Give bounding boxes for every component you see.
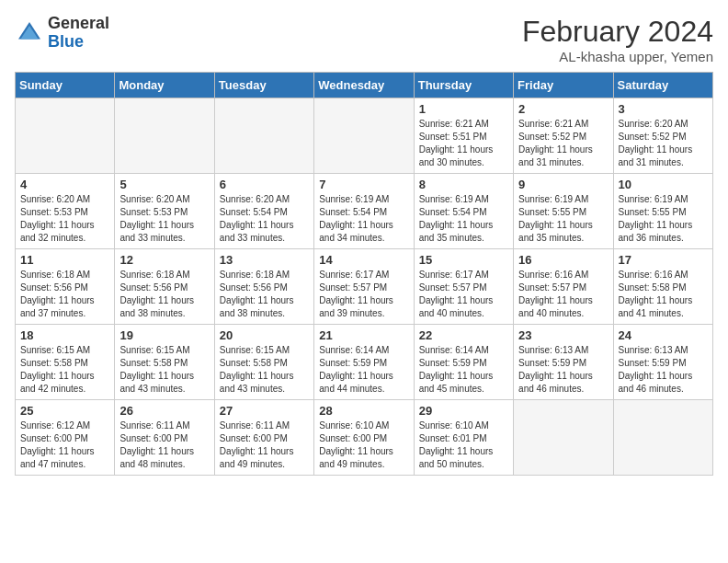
calendar-cell: 7Sunrise: 6:19 AM Sunset: 5:54 PM Daylig… [314, 174, 414, 249]
day-info: Sunrise: 6:15 AM Sunset: 5:58 PM Dayligh… [119, 344, 209, 396]
day-info: Sunrise: 6:13 AM Sunset: 5:59 PM Dayligh… [518, 344, 608, 396]
day-info: Sunrise: 6:15 AM Sunset: 5:58 PM Dayligh… [20, 344, 109, 396]
day-number: 24 [619, 328, 708, 342]
day-header-tuesday: Tuesday [214, 73, 313, 98]
day-number: 11 [20, 253, 109, 267]
day-number: 21 [319, 328, 408, 342]
header-row: SundayMondayTuesdayWednesdayThursdayFrid… [16, 73, 713, 98]
logo-icon [15, 18, 44, 48]
week-row-1: 1Sunrise: 6:21 AM Sunset: 5:51 PM Daylig… [16, 98, 713, 174]
day-number: 4 [20, 178, 109, 191]
calendar-cell [214, 98, 313, 174]
calendar-cell: 4Sunrise: 6:20 AM Sunset: 5:53 PM Daylig… [16, 174, 115, 249]
day-info: Sunrise: 6:19 AM Sunset: 5:55 PM Dayligh… [518, 193, 608, 245]
calendar-cell: 16Sunrise: 6:16 AM Sunset: 5:57 PM Dayli… [514, 249, 613, 325]
calendar-cell: 21Sunrise: 6:14 AM Sunset: 5:59 PM Dayli… [314, 325, 414, 400]
day-info: Sunrise: 6:17 AM Sunset: 5:57 PM Dayligh… [319, 269, 408, 320]
calendar-cell: 22Sunrise: 6:14 AM Sunset: 5:59 PM Dayli… [414, 325, 513, 400]
calendar-cell: 11Sunrise: 6:18 AM Sunset: 5:56 PM Dayli… [16, 249, 115, 325]
day-number: 5 [119, 178, 209, 191]
calendar-cell [613, 400, 712, 476]
day-number: 3 [619, 102, 708, 116]
calendar-body: 1Sunrise: 6:21 AM Sunset: 5:51 PM Daylig… [16, 98, 713, 476]
day-info: Sunrise: 6:10 AM Sunset: 6:00 PM Dayligh… [319, 419, 408, 471]
day-number: 23 [518, 328, 608, 342]
day-number: 8 [419, 178, 508, 191]
month-year-title: February 2024 [522, 15, 713, 49]
calendar-cell: 10Sunrise: 6:19 AM Sunset: 5:55 PM Dayli… [613, 174, 712, 249]
day-number: 22 [419, 328, 508, 342]
day-number: 10 [619, 178, 708, 191]
calendar-cell [115, 98, 214, 174]
day-info: Sunrise: 6:18 AM Sunset: 5:56 PM Dayligh… [220, 269, 309, 320]
day-info: Sunrise: 6:18 AM Sunset: 5:56 PM Dayligh… [20, 269, 109, 320]
day-info: Sunrise: 6:14 AM Sunset: 5:59 PM Dayligh… [319, 344, 408, 396]
calendar-cell: 3Sunrise: 6:20 AM Sunset: 5:52 PM Daylig… [613, 98, 712, 174]
day-info: Sunrise: 6:16 AM Sunset: 5:57 PM Dayligh… [518, 269, 608, 320]
calendar-table: SundayMondayTuesdayWednesdayThursdayFrid… [15, 72, 713, 476]
day-info: Sunrise: 6:17 AM Sunset: 5:57 PM Dayligh… [419, 269, 508, 320]
calendar-cell: 24Sunrise: 6:13 AM Sunset: 5:59 PM Dayli… [613, 325, 712, 400]
day-info: Sunrise: 6:19 AM Sunset: 5:54 PM Dayligh… [419, 193, 508, 245]
calendar-header: SundayMondayTuesdayWednesdayThursdayFrid… [16, 73, 713, 98]
calendar-cell: 1Sunrise: 6:21 AM Sunset: 5:51 PM Daylig… [414, 98, 513, 174]
day-info: Sunrise: 6:18 AM Sunset: 5:56 PM Dayligh… [119, 269, 209, 320]
day-header-monday: Monday [115, 73, 214, 98]
calendar-cell: 27Sunrise: 6:11 AM Sunset: 6:00 PM Dayli… [214, 400, 313, 476]
calendar-cell: 9Sunrise: 6:19 AM Sunset: 5:55 PM Daylig… [514, 174, 613, 249]
calendar-cell [314, 98, 414, 174]
calendar-cell: 23Sunrise: 6:13 AM Sunset: 5:59 PM Dayli… [514, 325, 613, 400]
day-number: 12 [119, 253, 209, 267]
day-info: Sunrise: 6:11 AM Sunset: 6:00 PM Dayligh… [119, 419, 209, 471]
day-number: 13 [220, 253, 309, 267]
day-number: 9 [518, 178, 608, 191]
calendar-cell [514, 400, 613, 476]
logo-general: General [48, 14, 109, 32]
calendar-cell: 12Sunrise: 6:18 AM Sunset: 5:56 PM Dayli… [115, 249, 214, 325]
day-info: Sunrise: 6:16 AM Sunset: 5:58 PM Dayligh… [619, 269, 708, 320]
calendar-cell: 18Sunrise: 6:15 AM Sunset: 5:58 PM Dayli… [16, 325, 115, 400]
calendar-cell: 13Sunrise: 6:18 AM Sunset: 5:56 PM Dayli… [214, 249, 313, 325]
calendar-cell: 2Sunrise: 6:21 AM Sunset: 5:52 PM Daylig… [514, 98, 613, 174]
logo-blue: Blue [48, 32, 84, 51]
day-info: Sunrise: 6:19 AM Sunset: 5:55 PM Dayligh… [619, 193, 708, 245]
day-info: Sunrise: 6:11 AM Sunset: 6:00 PM Dayligh… [220, 419, 309, 471]
day-info: Sunrise: 6:12 AM Sunset: 6:00 PM Dayligh… [20, 419, 109, 471]
logo-text: General Blue [48, 15, 109, 52]
day-info: Sunrise: 6:10 AM Sunset: 6:01 PM Dayligh… [419, 419, 508, 471]
logo: General Blue [15, 15, 109, 52]
calendar-cell: 8Sunrise: 6:19 AM Sunset: 5:54 PM Daylig… [414, 174, 513, 249]
week-row-2: 4Sunrise: 6:20 AM Sunset: 5:53 PM Daylig… [16, 174, 713, 249]
day-info: Sunrise: 6:15 AM Sunset: 5:58 PM Dayligh… [220, 344, 309, 396]
calendar-cell: 25Sunrise: 6:12 AM Sunset: 6:00 PM Dayli… [16, 400, 115, 476]
day-info: Sunrise: 6:14 AM Sunset: 5:59 PM Dayligh… [419, 344, 508, 396]
calendar-cell: 6Sunrise: 6:20 AM Sunset: 5:54 PM Daylig… [214, 174, 313, 249]
day-info: Sunrise: 6:20 AM Sunset: 5:53 PM Dayligh… [119, 193, 209, 245]
day-header-saturday: Saturday [613, 73, 712, 98]
day-info: Sunrise: 6:21 AM Sunset: 5:52 PM Dayligh… [518, 118, 608, 169]
day-header-thursday: Thursday [414, 73, 513, 98]
day-number: 29 [419, 404, 508, 418]
day-info: Sunrise: 6:19 AM Sunset: 5:54 PM Dayligh… [319, 193, 408, 245]
page-header: General Blue February 2024 AL-khasha upp… [15, 15, 713, 64]
calendar-cell [16, 98, 115, 174]
calendar-cell: 14Sunrise: 6:17 AM Sunset: 5:57 PM Dayli… [314, 249, 414, 325]
calendar-cell: 15Sunrise: 6:17 AM Sunset: 5:57 PM Dayli… [414, 249, 513, 325]
day-number: 25 [20, 404, 109, 418]
calendar-cell: 29Sunrise: 6:10 AM Sunset: 6:01 PM Dayli… [414, 400, 513, 476]
day-number: 26 [119, 404, 209, 418]
day-number: 27 [220, 404, 309, 418]
calendar-cell: 26Sunrise: 6:11 AM Sunset: 6:00 PM Dayli… [115, 400, 214, 476]
day-info: Sunrise: 6:20 AM Sunset: 5:54 PM Dayligh… [220, 193, 309, 245]
day-number: 6 [220, 178, 309, 191]
day-number: 28 [319, 404, 408, 418]
calendar-cell: 28Sunrise: 6:10 AM Sunset: 6:00 PM Dayli… [314, 400, 414, 476]
day-header-wednesday: Wednesday [314, 73, 414, 98]
day-number: 1 [419, 102, 508, 116]
day-number: 15 [419, 253, 508, 267]
day-info: Sunrise: 6:20 AM Sunset: 5:52 PM Dayligh… [619, 118, 708, 169]
day-info: Sunrise: 6:13 AM Sunset: 5:59 PM Dayligh… [619, 344, 708, 396]
day-info: Sunrise: 6:21 AM Sunset: 5:51 PM Dayligh… [419, 118, 508, 169]
week-row-3: 11Sunrise: 6:18 AM Sunset: 5:56 PM Dayli… [16, 249, 713, 325]
day-number: 20 [220, 328, 309, 342]
